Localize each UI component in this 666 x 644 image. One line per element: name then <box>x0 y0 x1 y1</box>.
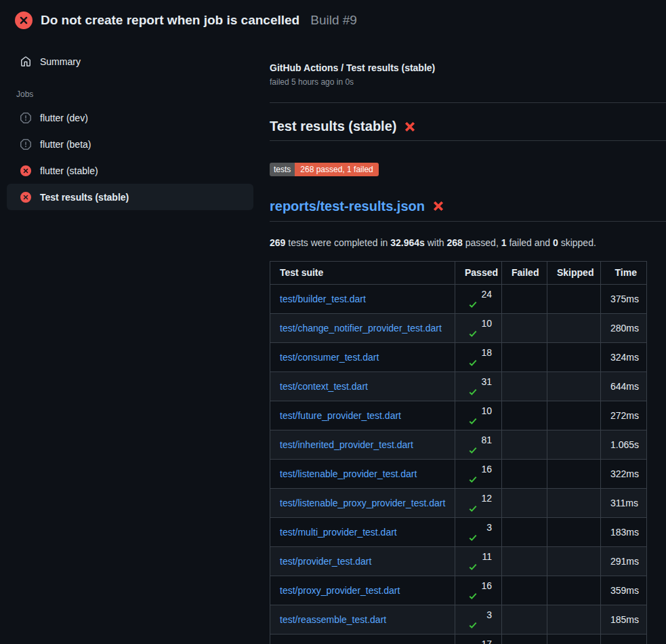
table-row: test/listenable_proxy_provider_test.dart… <box>270 488 647 517</box>
suite-cell: test/future_provider_test.dart <box>270 401 455 430</box>
time-cell: 375ms <box>601 284 647 313</box>
job-label: flutter (dev) <box>40 113 88 123</box>
passed-cell: 81 <box>455 430 502 459</box>
column-header-failed: Failed <box>502 261 547 284</box>
section-title-text: Test results (stable) <box>270 119 396 134</box>
sidebar-item-flutter-dev[interactable]: flutter (dev) <box>7 104 253 131</box>
test-suite-link[interactable]: test/reassemble_test.dart <box>280 614 386 625</box>
time-cell: 359ms <box>601 576 647 605</box>
time-cell: 644ms <box>601 371 647 401</box>
table-row: test/change_notifier_provider_test.dart1… <box>270 313 647 342</box>
test-suite-link[interactable]: test/builder_test.dart <box>280 294 366 304</box>
suite-cell: test/inherited_provider_test.dart <box>270 430 455 459</box>
sidebar-item-flutter-stable[interactable]: flutter (stable) <box>7 157 253 184</box>
skipped-cell <box>547 546 601 576</box>
count-value: 18 <box>481 347 492 358</box>
test-suite-link[interactable]: test/multi_provider_test.dart <box>280 527 397 538</box>
summary-label: Summary <box>40 56 81 67</box>
suite-cell: test/selector_test.dart <box>270 634 455 644</box>
suite-cell: test/provider_test.dart <box>270 546 455 576</box>
table-row: test/inherited_provider_test.dart811.065… <box>270 430 647 459</box>
run-header: Do not create report when job is cancell… <box>0 0 666 38</box>
test-suite-link[interactable]: test/future_provider_test.dart <box>280 410 401 421</box>
test-suite-link[interactable]: test/change_notifier_provider_test.dart <box>280 323 442 334</box>
sidebar-item-test-results-stable[interactable]: Test results (stable) <box>7 184 253 210</box>
run-title: Do not create report when job is cancell… <box>41 13 299 28</box>
passed-cell: 16 <box>455 576 502 605</box>
test-suite-link[interactable]: test/context_test.dart <box>280 381 368 392</box>
suite-cell: test/change_notifier_provider_test.dart <box>270 313 455 342</box>
time-cell: 280ms <box>601 313 647 342</box>
failed-cell <box>502 342 547 371</box>
suite-cell: test/context_test.dart <box>270 371 455 401</box>
test-suite-link[interactable]: test/proxy_provider_test.dart <box>280 585 400 596</box>
badge-label: tests <box>270 163 295 176</box>
failed-cell <box>502 313 547 342</box>
passed-cell: 3 <box>455 517 502 546</box>
check-icon <box>468 620 478 630</box>
count-value: 10 <box>481 405 492 416</box>
badge-value: 268 passed, 1 failed <box>295 163 378 176</box>
time-cell: 311ms <box>601 488 647 517</box>
failed-cell <box>502 634 547 644</box>
divider <box>270 102 666 103</box>
summary-segment: 1 <box>501 237 507 248</box>
failed-cell <box>502 576 547 605</box>
build-number: Build #9 <box>310 13 357 28</box>
test-suite-link[interactable]: test/inherited_provider_test.dart <box>280 439 413 450</box>
check-icon <box>468 562 478 571</box>
x-circle-icon <box>20 192 31 203</box>
count-value: 3 <box>486 609 492 620</box>
cross-mark-icon <box>432 200 444 212</box>
skipped-cell <box>547 401 601 430</box>
check-icon <box>468 504 478 513</box>
test-suite-link[interactable]: test/listenable_proxy_provider_test.dart <box>280 498 445 508</box>
table-row: test/consumer_test.dart18324ms <box>270 342 647 371</box>
report-file-link[interactable]: reports/test-results.json <box>270 199 425 214</box>
count-value: 10 <box>481 318 492 329</box>
count-value: 24 <box>481 289 492 300</box>
test-suite-link[interactable]: test/provider_test.dart <box>280 556 371 567</box>
failed-cell <box>502 284 547 313</box>
sidebar-item-flutter-beta[interactable]: flutter (beta) <box>7 131 253 157</box>
skipped-cell <box>547 634 601 644</box>
passed-cell: 31 <box>455 371 502 401</box>
check-icon <box>468 387 478 397</box>
count-value: 16 <box>481 464 492 475</box>
passed-cell: 11 <box>455 546 502 576</box>
count-value: 11 <box>482 551 492 562</box>
skipped-cell <box>547 284 601 313</box>
count-value: 81 <box>481 435 492 445</box>
time-cell: 1.065s <box>601 430 647 459</box>
sidebar-item-summary[interactable]: Summary <box>7 50 253 73</box>
passed-cell: 16 <box>455 459 502 488</box>
check-icon <box>468 300 478 309</box>
test-suite-link[interactable]: test/consumer_test.dart <box>280 352 379 363</box>
home-icon <box>20 56 31 67</box>
suite-cell: test/reassemble_test.dart <box>270 605 455 634</box>
test-suite-link[interactable]: test/listenable_provider_test.dart <box>280 468 417 479</box>
failed-cell <box>502 459 547 488</box>
main-content: GitHub Actions / Test results (stable) f… <box>253 38 666 644</box>
time-cell: 331ms <box>601 634 647 644</box>
cross-mark-icon <box>432 200 444 212</box>
table-row: test/context_test.dart31644ms <box>270 371 647 401</box>
breadcrumb[interactable]: GitHub Actions / Test results (stable) <box>270 62 666 73</box>
summary-segment: passed, <box>463 237 501 248</box>
check-icon <box>468 591 478 601</box>
job-label: flutter (stable) <box>40 165 98 176</box>
table-row: test/future_provider_test.dart10272ms <box>270 401 647 430</box>
cross-mark-icon <box>404 121 416 133</box>
table-row: test/provider_test.dart11291ms <box>270 546 647 576</box>
x-circle-icon <box>15 12 33 29</box>
passed-cell: 24 <box>455 284 502 313</box>
suite-cell: test/listenable_provider_test.dart <box>270 459 455 488</box>
skipped-cell <box>547 459 601 488</box>
report-title: reports/test-results.json <box>270 199 666 222</box>
layout: Summary Jobs flutter (dev)flutter (beta)… <box>0 38 666 644</box>
sidebar: Summary Jobs flutter (dev)flutter (beta)… <box>0 38 253 210</box>
suite-cell: test/multi_provider_test.dart <box>270 517 455 546</box>
failed-cell <box>502 605 547 634</box>
skipped-cell <box>547 313 601 342</box>
summary-segment: 0 <box>553 237 558 248</box>
